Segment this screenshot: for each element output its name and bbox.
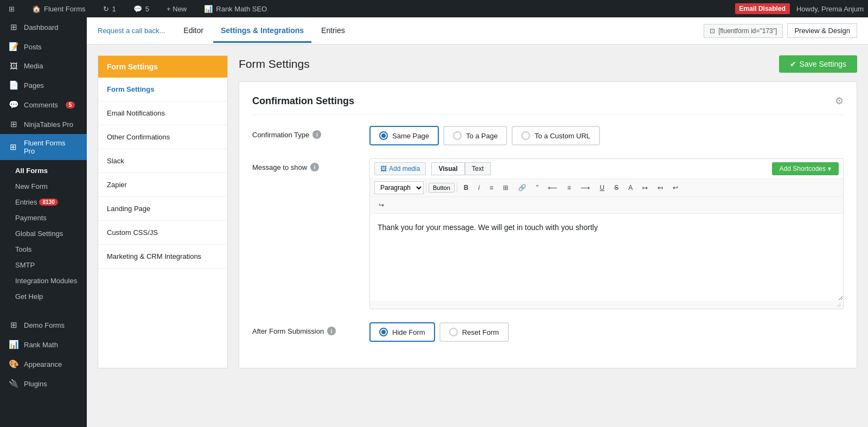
settings-nav: Form Settings Form Settings Email Notifi… (98, 55, 228, 368)
editor-container: 🖼 Add media Visual Text Add Shortcodes (369, 158, 844, 309)
settings-nav-item-zapier[interactable]: Zapier (98, 173, 227, 197)
underline-btn[interactable]: U (595, 182, 609, 194)
align-left-btn[interactable]: ⟵ (544, 182, 561, 194)
settings-nav-item-form-settings[interactable]: Form Settings (98, 78, 227, 101)
redo-btn[interactable]: ↪ (374, 199, 388, 211)
comments-badge: 5 (66, 101, 75, 109)
submenu-get-help[interactable]: Get Help (0, 289, 87, 304)
settings-content: Form Settings ✔ Save Settings Confirmati… (239, 55, 857, 368)
radio-group: Same Page To a Page To a Custom URL (369, 126, 844, 145)
site-name-link[interactable]: 🏠 Fluent Forms (28, 3, 90, 15)
editor-body[interactable]: Thank you for your message. We will get … (370, 214, 843, 301)
comments-link[interactable]: 💬 5 (129, 3, 154, 15)
hide-form-btn[interactable]: Hide Form (369, 322, 435, 342)
submenu-payments[interactable]: Payments (0, 210, 87, 226)
save-settings-btn[interactable]: ✔ Save Settings (779, 55, 857, 73)
text-color-btn[interactable]: A (624, 182, 637, 194)
sidebar-item-comments[interactable]: 💬 Comments 5 (0, 95, 87, 114)
paragraph-select[interactable]: Paragraph (374, 181, 424, 194)
sidebar-item-media[interactable]: 🖼 Media (0, 56, 87, 75)
sidebar-item-posts[interactable]: 📝 Posts (0, 37, 87, 56)
sidebar-item-ninjatables[interactable]: ⊞ NinjaTables Pro (0, 114, 87, 134)
align-center-btn[interactable]: ≡ (563, 182, 575, 194)
new-link[interactable]: + New (162, 3, 191, 15)
rank-math-sidebar-icon: 📊 (9, 340, 18, 349)
revision-icon: ↻ (103, 5, 109, 13)
content-area: Request a call back... Editor Settings &… (87, 17, 868, 427)
tab-entries[interactable]: Entries (314, 20, 353, 43)
submenu-entries[interactable]: Entries 8130 (0, 194, 87, 210)
page-header: Form Settings ✔ Save Settings (239, 55, 857, 73)
settings-nav-item-email-notifications[interactable]: Email Notifications (98, 101, 227, 125)
editor-format-bar: Paragraph Button B i ≡ ⊞ 🔗 (370, 179, 843, 197)
visual-tab[interactable]: Visual (431, 162, 464, 175)
submenu-integration-modules[interactable]: Integration Modules (0, 273, 87, 289)
chevron-down-icon: ▾ (828, 165, 831, 173)
visual-text-tabs: Visual Text (431, 162, 490, 175)
button-tag-btn[interactable]: Button (429, 183, 455, 193)
radio-to-page[interactable]: To a Page (443, 126, 508, 145)
blockquote-btn[interactable]: " (532, 182, 542, 194)
submenu-smtp[interactable]: SMTP (0, 257, 87, 273)
settings-nav-item-slack[interactable]: Slack (98, 149, 227, 173)
divider-2 (457, 183, 457, 193)
dashboard-icon: ⊞ (9, 22, 18, 32)
sidebar-item-demo-forms[interactable]: ⊞ Demo Forms (0, 315, 87, 335)
demo-forms-icon: ⊞ (9, 320, 18, 330)
editor-undo-bar: ↪ (370, 197, 843, 214)
sidebar-item-fluent-forms[interactable]: ⊞ Fluent Forms Pro (0, 134, 87, 160)
settings-nav-item-custom-css-js[interactable]: Custom CSS/JS (98, 221, 227, 245)
shortcode-box[interactable]: ⊡ [fluentform id="173"] (704, 24, 783, 38)
wysiwyg-editor: 🖼 Add media Visual Text Add Shortcodes (369, 158, 844, 309)
after-submission-info-icon[interactable]: i (327, 327, 336, 335)
reset-form-radio (449, 328, 458, 336)
confirmation-type-info-icon[interactable]: i (312, 130, 321, 139)
sidebar-item-appearance[interactable]: 🎨 Appearance (0, 354, 87, 374)
message-info-icon[interactable]: i (310, 163, 319, 171)
submenu-tools[interactable]: Tools (0, 241, 87, 257)
gear-icon[interactable]: ⚙ (835, 95, 844, 107)
revision-link[interactable]: ↻ 1 (99, 3, 120, 15)
settings-nav-item-marketing-crm[interactable]: Marketing & CRM Integrations (98, 245, 227, 269)
add-shortcodes-btn[interactable]: Add Shortcodes ▾ (772, 162, 839, 175)
reset-form-btn[interactable]: Reset Form (439, 322, 509, 342)
text-tab[interactable]: Text (465, 162, 491, 175)
settings-nav-item-other-confirmations[interactable]: Other Confirmations (98, 125, 227, 149)
undo-btn[interactable]: ↩ (668, 182, 682, 194)
radio-same-page[interactable]: Same Page (369, 126, 439, 145)
sidebar-item-rank-math[interactable]: 📊 Rank Math (0, 335, 87, 354)
italic-btn[interactable]: i (474, 182, 484, 194)
sidebar-item-pages[interactable]: 📄 Pages (0, 75, 87, 95)
comments-icon: 💬 (9, 100, 18, 110)
sidebar-item-dashboard[interactable]: ⊞ Dashboard (0, 17, 87, 37)
unordered-list-btn[interactable]: ≡ (485, 182, 497, 194)
preview-design-btn[interactable]: Preview & Design (787, 23, 857, 38)
ordered-list-btn[interactable]: ⊞ (499, 182, 513, 194)
align-right-btn[interactable]: ⟶ (576, 182, 594, 194)
tab-settings-integrations[interactable]: Settings & Integrations (213, 20, 311, 43)
admin-bar: ⊞ 🏠 Fluent Forms ↻ 1 💬 5 + New 📊 Rank Ma… (0, 0, 868, 17)
bold-btn[interactable]: B (459, 182, 473, 194)
submenu-global-settings[interactable]: Global Settings (0, 226, 87, 241)
tab-editor[interactable]: Editor (176, 20, 211, 43)
sidebar-item-plugins[interactable]: 🔌 Plugins (0, 374, 87, 393)
breadcrumb[interactable]: Request a call back... (98, 27, 165, 35)
radio-same-page-circle (379, 131, 388, 140)
rank-math-link[interactable]: 📊 Rank Math SEO (200, 3, 271, 15)
strikethrough-btn[interactable]: S (610, 182, 623, 194)
editor-top-toolbar: 🖼 Add media Visual Text Add Shortcodes (370, 159, 843, 179)
check-icon: ✔ (790, 60, 796, 68)
add-media-btn[interactable]: 🖼 Add media (374, 162, 426, 175)
wp-logo[interactable]: ⊞ (4, 3, 19, 15)
comments-icon: 💬 (133, 5, 142, 13)
link-btn[interactable]: 🔗 (514, 182, 531, 194)
indent-btn[interactable]: ↦ (638, 182, 652, 194)
outdent-btn[interactable]: ↤ (653, 182, 667, 194)
resize-handle: ⊿ (370, 301, 843, 309)
submenu-new-form[interactable]: New Form (0, 179, 87, 194)
message-to-show-row: Message to show i 🖼 Add media (252, 158, 844, 309)
rank-math-icon: 📊 (204, 5, 213, 13)
settings-nav-item-landing-page[interactable]: Landing Page (98, 197, 227, 221)
radio-to-custom-url[interactable]: To a Custom URL (512, 126, 600, 145)
shortcode-icon: ⊡ (710, 27, 715, 35)
